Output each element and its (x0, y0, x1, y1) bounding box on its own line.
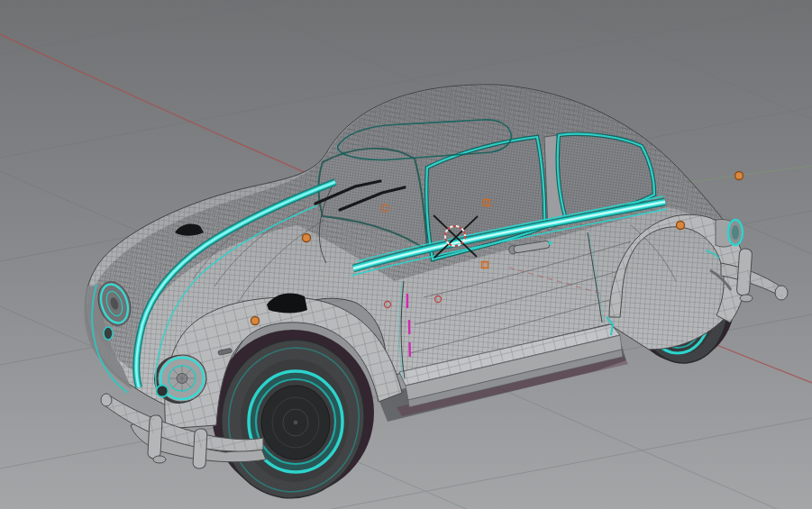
viewport-3d[interactable] (0, 0, 812, 509)
tail-light[interactable] (716, 219, 743, 247)
parking-light-near (157, 386, 169, 397)
viewport-canvas[interactable] (0, 0, 812, 509)
parking-light-far (104, 327, 113, 340)
origin-square[interactable] (484, 200, 490, 206)
origin-square[interactable] (482, 262, 488, 268)
origin-dot[interactable] (735, 172, 744, 180)
origin-dot[interactable] (677, 222, 685, 230)
origin-dot[interactable] (251, 317, 260, 325)
origin-dot[interactable] (303, 234, 311, 242)
